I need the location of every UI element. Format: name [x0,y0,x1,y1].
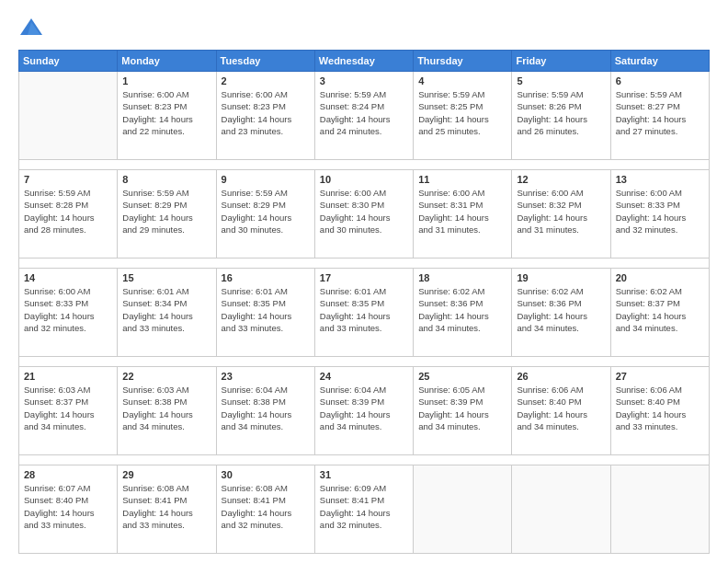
day-info: Sunrise: 6:03 AM Sunset: 8:38 PM Dayligh… [122,384,210,432]
day-cell: 25Sunrise: 6:05 AM Sunset: 8:39 PM Dayli… [414,367,512,455]
day-cell: 9Sunrise: 5:59 AM Sunset: 8:29 PM Daylig… [216,170,314,259]
day-cell: 5Sunrise: 5:59 AM Sunset: 8:26 PM Daylig… [512,72,610,160]
day-info: Sunrise: 5:59 AM Sunset: 8:25 PM Dayligh… [418,88,506,137]
day-cell: 20Sunrise: 6:02 AM Sunset: 8:37 PM Dayli… [610,269,709,357]
day-number: 21 [24,371,112,382]
day-info: Sunrise: 6:00 AM Sunset: 8:33 PM Dayligh… [24,285,112,334]
day-number: 11 [418,174,506,185]
day-number: 7 [24,174,112,185]
day-cell: 23Sunrise: 6:04 AM Sunset: 8:38 PM Dayli… [216,367,314,455]
calendar-header-thursday: Thursday [414,51,512,72]
day-number: 19 [517,272,605,283]
day-cell: 3Sunrise: 5:59 AM Sunset: 8:24 PM Daylig… [314,72,413,160]
day-info: Sunrise: 6:00 AM Sunset: 8:33 PM Dayligh… [616,187,704,236]
week-row-1: 1Sunrise: 6:00 AM Sunset: 8:23 PM Daylig… [19,72,710,160]
separator-cell [19,258,710,268]
separator-cell [19,159,710,169]
week-separator [19,159,710,169]
day-info: Sunrise: 6:06 AM Sunset: 8:40 PM Dayligh… [517,384,605,432]
day-number: 14 [24,272,112,283]
day-info: Sunrise: 6:01 AM Sunset: 8:34 PM Dayligh… [122,285,210,334]
day-info: Sunrise: 5:59 AM Sunset: 8:29 PM Dayligh… [222,187,310,236]
day-cell: 12Sunrise: 6:00 AM Sunset: 8:32 PM Dayli… [512,170,610,259]
day-info: Sunrise: 6:01 AM Sunset: 8:35 PM Dayligh… [320,285,408,334]
calendar-header-saturday: Saturday [610,51,709,72]
day-cell: 6Sunrise: 5:59 AM Sunset: 8:27 PM Daylig… [610,72,709,160]
day-number: 3 [320,75,408,86]
day-number: 4 [418,75,506,86]
calendar-header-tuesday: Tuesday [216,51,314,72]
day-number: 12 [517,174,605,185]
calendar-header-row: SundayMondayTuesdayWednesdayThursdayFrid… [19,51,710,72]
day-info: Sunrise: 6:02 AM Sunset: 8:36 PM Dayligh… [517,285,605,334]
day-info: Sunrise: 5:59 AM Sunset: 8:24 PM Dayligh… [320,88,408,137]
day-cell: 28Sunrise: 6:07 AM Sunset: 8:40 PM Dayli… [19,465,118,554]
day-info: Sunrise: 6:07 AM Sunset: 8:40 PM Dayligh… [24,482,112,531]
day-cell: 29Sunrise: 6:08 AM Sunset: 8:41 PM Dayli… [118,465,216,554]
day-cell: 26Sunrise: 6:06 AM Sunset: 8:40 PM Dayli… [512,367,610,455]
logo-icon [18,17,44,42]
day-number: 5 [517,75,605,86]
day-cell: 8Sunrise: 5:59 AM Sunset: 8:29 PM Daylig… [118,170,216,259]
day-info: Sunrise: 5:59 AM Sunset: 8:26 PM Dayligh… [517,88,605,137]
calendar: SundayMondayTuesdayWednesdayThursdayFrid… [18,50,710,554]
day-number: 25 [418,371,506,382]
day-number: 6 [616,75,704,86]
day-number: 1 [122,75,210,86]
day-number: 15 [122,272,210,283]
logo [18,17,48,42]
day-info: Sunrise: 6:05 AM Sunset: 8:39 PM Dayligh… [418,384,506,432]
day-number: 28 [24,469,112,480]
day-info: Sunrise: 6:04 AM Sunset: 8:38 PM Dayligh… [222,384,310,432]
day-number: 30 [222,469,310,480]
day-cell: 30Sunrise: 6:08 AM Sunset: 8:41 PM Dayli… [216,465,314,554]
day-cell: 15Sunrise: 6:01 AM Sunset: 8:34 PM Dayli… [118,269,216,357]
day-number: 10 [320,174,408,185]
week-separator [19,454,710,465]
calendar-header-sunday: Sunday [19,51,118,72]
day-cell: 10Sunrise: 6:00 AM Sunset: 8:30 PM Dayli… [314,170,413,259]
day-cell: 21Sunrise: 6:03 AM Sunset: 8:37 PM Dayli… [19,367,118,455]
day-number: 22 [122,371,210,382]
day-info: Sunrise: 6:00 AM Sunset: 8:23 PM Dayligh… [222,88,310,137]
day-cell: 1Sunrise: 6:00 AM Sunset: 8:23 PM Daylig… [118,72,216,160]
day-number: 13 [616,174,704,185]
week-row-4: 21Sunrise: 6:03 AM Sunset: 8:37 PM Dayli… [19,367,710,455]
day-info: Sunrise: 6:08 AM Sunset: 8:41 PM Dayligh… [122,482,210,531]
day-number: 23 [222,371,310,382]
day-cell: 11Sunrise: 6:00 AM Sunset: 8:31 PM Dayli… [414,170,512,259]
week-row-5: 28Sunrise: 6:07 AM Sunset: 8:40 PM Dayli… [19,465,710,554]
week-separator [19,356,710,366]
calendar-header-wednesday: Wednesday [314,51,413,72]
day-info: Sunrise: 6:02 AM Sunset: 8:36 PM Dayligh… [418,285,506,334]
day-number: 16 [222,272,310,283]
calendar-header-monday: Monday [118,51,216,72]
week-row-2: 7Sunrise: 5:59 AM Sunset: 8:28 PM Daylig… [19,170,710,259]
day-info: Sunrise: 6:00 AM Sunset: 8:32 PM Dayligh… [517,187,605,236]
day-number: 9 [222,174,310,185]
day-cell: 16Sunrise: 6:01 AM Sunset: 8:35 PM Dayli… [216,269,314,357]
day-number: 31 [320,469,408,480]
day-cell: 22Sunrise: 6:03 AM Sunset: 8:38 PM Dayli… [118,367,216,455]
day-info: Sunrise: 5:59 AM Sunset: 8:29 PM Dayligh… [122,187,210,236]
separator-cell [19,454,710,465]
day-info: Sunrise: 6:02 AM Sunset: 8:37 PM Dayligh… [616,285,704,334]
day-cell [610,465,709,554]
day-info: Sunrise: 6:08 AM Sunset: 8:41 PM Dayligh… [222,482,310,531]
day-cell [414,465,512,554]
day-number: 18 [418,272,506,283]
day-cell: 24Sunrise: 6:04 AM Sunset: 8:39 PM Dayli… [314,367,413,455]
day-number: 29 [122,469,210,480]
day-info: Sunrise: 5:59 AM Sunset: 8:28 PM Dayligh… [24,187,112,236]
day-cell: 2Sunrise: 6:00 AM Sunset: 8:23 PM Daylig… [216,72,314,160]
day-cell: 17Sunrise: 6:01 AM Sunset: 8:35 PM Dayli… [314,269,413,357]
day-number: 17 [320,272,408,283]
day-number: 2 [222,75,310,86]
day-cell: 4Sunrise: 5:59 AM Sunset: 8:25 PM Daylig… [414,72,512,160]
week-separator [19,258,710,268]
calendar-header-friday: Friday [512,51,610,72]
day-cell [19,72,118,160]
separator-cell [19,356,710,366]
day-info: Sunrise: 6:03 AM Sunset: 8:37 PM Dayligh… [24,384,112,432]
day-number: 27 [616,371,704,382]
